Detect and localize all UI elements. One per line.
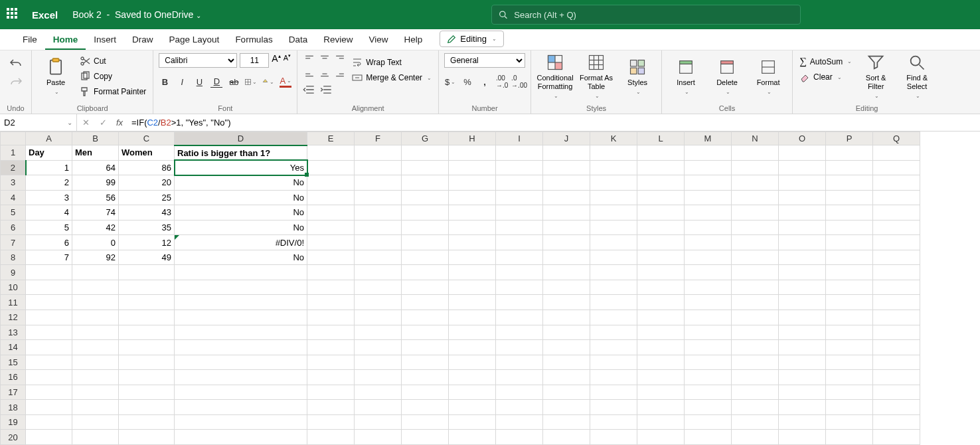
- cell-A4[interactable]: 3: [26, 190, 72, 205]
- cell-A9[interactable]: [26, 265, 72, 280]
- cell-P17[interactable]: [826, 385, 873, 400]
- cell-E9[interactable]: [307, 265, 355, 280]
- cell-F17[interactable]: [355, 385, 402, 400]
- cell-K10[interactable]: [590, 280, 637, 295]
- cell-M7[interactable]: [685, 235, 732, 250]
- format-painter-button[interactable]: Format Painter: [78, 85, 147, 98]
- cell-K3[interactable]: [590, 175, 637, 191]
- cell-A6[interactable]: 5: [26, 220, 72, 235]
- cell-C20[interactable]: [119, 430, 175, 445]
- cell-I12[interactable]: [496, 310, 543, 325]
- col-header-D[interactable]: D: [175, 132, 307, 145]
- document-title[interactable]: Book 2 - Saved to OneDrive⌄: [72, 9, 201, 20]
- cell-A19[interactable]: [26, 414, 72, 430]
- cell-I15[interactable]: [496, 355, 543, 370]
- cell-I19[interactable]: [496, 414, 543, 430]
- tab-home[interactable]: Home: [45, 31, 86, 50]
- select-all-corner[interactable]: [1, 132, 26, 145]
- cell-L19[interactable]: [637, 414, 685, 430]
- cell-B11[interactable]: [72, 295, 119, 310]
- cell-Q2[interactable]: [873, 160, 920, 175]
- cell-E11[interactable]: [307, 295, 355, 310]
- cell-H4[interactable]: [449, 190, 496, 205]
- clear-button[interactable]: Clear⌄: [798, 70, 853, 84]
- tab-insert[interactable]: Insert: [86, 31, 124, 50]
- cell-H8[interactable]: [449, 250, 496, 265]
- cell-L1[interactable]: [637, 145, 685, 161]
- cell-A10[interactable]: [26, 280, 72, 295]
- cell-G5[interactable]: [402, 205, 449, 221]
- cell-P14[interactable]: [826, 340, 873, 355]
- cell-F15[interactable]: [355, 355, 402, 370]
- cell-B17[interactable]: [72, 385, 119, 400]
- cell-O7[interactable]: [779, 235, 826, 250]
- cell-G11[interactable]: [402, 295, 449, 310]
- tab-draw[interactable]: Draw: [124, 31, 161, 50]
- cell-C6[interactable]: 35: [119, 220, 175, 235]
- cell-G19[interactable]: [402, 414, 449, 430]
- cell-L3[interactable]: [637, 175, 685, 191]
- row-header-9[interactable]: 9: [1, 265, 26, 280]
- row-header-20[interactable]: 20: [1, 430, 26, 445]
- cell-H10[interactable]: [449, 280, 496, 295]
- cell-N1[interactable]: [732, 145, 779, 161]
- cell-D16[interactable]: [175, 370, 307, 385]
- cell-H2[interactable]: [449, 160, 496, 175]
- cell-D8[interactable]: No: [175, 250, 307, 265]
- percent-format-button[interactable]: %: [461, 76, 473, 88]
- cell-O1[interactable]: [779, 145, 826, 161]
- cell-B5[interactable]: 74: [72, 205, 119, 221]
- cell-K1[interactable]: [590, 145, 637, 161]
- cell-M4[interactable]: [685, 190, 732, 205]
- cell-L20[interactable]: [637, 430, 685, 445]
- cell-E2[interactable]: [307, 160, 355, 175]
- cell-Q11[interactable]: [873, 295, 920, 310]
- cell-G10[interactable]: [402, 280, 449, 295]
- row-header-14[interactable]: 14: [1, 340, 26, 355]
- cell-M17[interactable]: [685, 385, 732, 400]
- cell-styles-button[interactable]: Styles⌄: [619, 53, 656, 100]
- cell-B14[interactable]: [72, 340, 119, 355]
- cell-P8[interactable]: [826, 250, 873, 265]
- cell-O19[interactable]: [779, 414, 826, 430]
- cell-E12[interactable]: [307, 310, 355, 325]
- cell-K15[interactable]: [590, 355, 637, 370]
- cell-P19[interactable]: [826, 414, 873, 430]
- cell-B9[interactable]: [72, 265, 119, 280]
- row-header-7[interactable]: 7: [1, 235, 26, 250]
- insert-cells-button[interactable]: Insert⌄: [667, 53, 704, 100]
- cell-J10[interactable]: [543, 280, 590, 295]
- cell-P1[interactable]: [826, 145, 873, 161]
- tab-page-layout[interactable]: Page Layout: [161, 31, 228, 50]
- cell-A16[interactable]: [26, 370, 72, 385]
- col-header-J[interactable]: J: [543, 132, 590, 145]
- cell-A12[interactable]: [26, 310, 72, 325]
- cell-M9[interactable]: [685, 265, 732, 280]
- cell-P12[interactable]: [826, 310, 873, 325]
- cell-A18[interactable]: [26, 400, 72, 415]
- cell-K8[interactable]: [590, 250, 637, 265]
- search-box[interactable]: [491, 5, 801, 25]
- cell-J15[interactable]: [543, 355, 590, 370]
- increase-indent-icon[interactable]: [320, 84, 332, 96]
- formula-input[interactable]: =IF(C2/B2>1, "Yes", "No"): [127, 118, 980, 128]
- cell-F4[interactable]: [355, 190, 402, 205]
- cell-D14[interactable]: [175, 340, 307, 355]
- cell-M20[interactable]: [685, 430, 732, 445]
- cell-J5[interactable]: [543, 205, 590, 221]
- cell-O4[interactable]: [779, 190, 826, 205]
- cell-L15[interactable]: [637, 355, 685, 370]
- cell-A7[interactable]: 6: [26, 235, 72, 250]
- cell-N9[interactable]: [732, 265, 779, 280]
- cell-H6[interactable]: [449, 220, 496, 235]
- cell-J3[interactable]: [543, 175, 590, 191]
- cell-G13[interactable]: [402, 325, 449, 340]
- cell-J7[interactable]: [543, 235, 590, 250]
- cell-N16[interactable]: [732, 370, 779, 385]
- row-header-16[interactable]: 16: [1, 370, 26, 385]
- cell-H12[interactable]: [449, 310, 496, 325]
- tab-file[interactable]: File: [15, 31, 45, 50]
- cell-P7[interactable]: [826, 235, 873, 250]
- cell-G12[interactable]: [402, 310, 449, 325]
- cell-B1[interactable]: Men: [72, 145, 119, 161]
